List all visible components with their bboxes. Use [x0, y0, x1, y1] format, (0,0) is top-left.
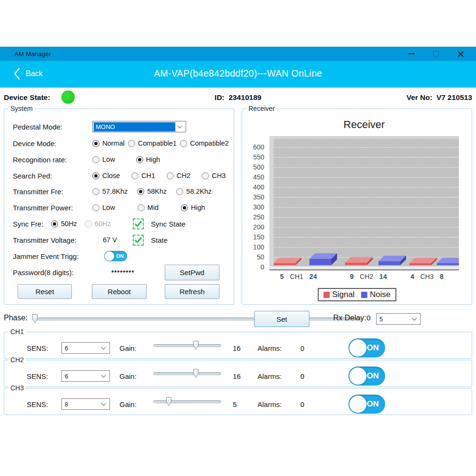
channel-toggle-ch1[interactable]: ON [348, 338, 385, 357]
app-header: Back AM-VAP(b4e842bddf20)---WAN OnLine [0, 61, 476, 88]
rx-delay-select[interactable]: 5 [376, 313, 421, 325]
toggle-knob [105, 251, 114, 261]
minimize-button[interactable] [399, 47, 424, 61]
close-button[interactable] [448, 47, 473, 61]
slider-track[interactable] [154, 400, 221, 403]
radio-option-58khz[interactable]: 58Khz [137, 188, 167, 195]
radio-label: 60Hz [95, 220, 111, 228]
pedestal-mode-select[interactable]: MONO [92, 121, 186, 132]
gain-slider-thumb-ch2[interactable] [193, 369, 198, 378]
radio-option-mid[interactable]: Mid [138, 204, 159, 211]
radio-option-low[interactable]: Low [92, 204, 115, 211]
gain-value-ch3: 5 [233, 400, 237, 408]
sens-value-ch1: 6 [62, 344, 100, 353]
channel-group-ch2: CH2SENS:6Gain:16Alarms:0ON [4, 360, 472, 387]
legend-label: Noise [370, 290, 390, 299]
ytick-150: 150 [245, 233, 264, 241]
chevron-down-icon [101, 401, 106, 406]
radio-icon [92, 172, 99, 179]
radio-label: Compatible1 [138, 139, 177, 147]
radio-option-compatible1[interactable]: Compatible1 [128, 139, 177, 147]
signal-value-ch1: 5 [280, 273, 284, 280]
state-wrap: State [133, 235, 168, 246]
gain-value-ch1: 16 [233, 344, 241, 352]
transmitter-voltage-value: 67 V [103, 236, 117, 244]
set-button[interactable]: Set [254, 311, 309, 327]
phase-label: Phase: [4, 314, 28, 322]
bar-signal-ch3 [409, 258, 437, 267]
ytick-350: 350 [245, 193, 264, 201]
setpwd-button[interactable]: SetPwd [165, 265, 219, 280]
phase-slider[interactable] [32, 314, 362, 323]
device-title: AM-VAP(b4e842bddf20)---WAN OnLine [0, 68, 476, 79]
radio-label: Compatible2 [190, 139, 228, 147]
sync-state-wrap: Sync State [133, 218, 186, 229]
radio-icon [131, 172, 139, 179]
channel-toggle-ch3[interactable]: ON [348, 395, 385, 414]
radio-option-compatible2[interactable]: Compatible2 [180, 139, 228, 147]
radio-option-ch2[interactable]: CH2 [167, 172, 190, 179]
sync-state-checkbox[interactable] [133, 218, 144, 229]
gain-slider-ch3[interactable] [154, 397, 221, 406]
ytick-300: 300 [245, 203, 264, 211]
slider-track[interactable] [154, 372, 221, 375]
radio-option-60hz: 60Hz [85, 220, 111, 228]
radio-option-ch3[interactable]: CH3 [202, 172, 226, 179]
radio-option-58-2khz[interactable]: 58.2Khz [176, 188, 211, 195]
radio-option-high[interactable]: High [136, 156, 160, 163]
radio-option-ch1[interactable]: CH1 [131, 172, 155, 179]
toggle-knob [349, 367, 367, 385]
maximize-button[interactable] [424, 47, 448, 61]
jammer-toggle[interactable]: ON [104, 251, 127, 261]
radio-option-low[interactable]: Low [92, 156, 115, 163]
jammer-toggle-label: ON [116, 251, 124, 261]
radio-icon [176, 188, 183, 195]
jammer-row: Jammer Event Trigg: ON [13, 250, 229, 262]
x-axis-labels: 5CH1249CH2144CH38 [242, 273, 473, 283]
recognition-rate-row: Recognition rate: LowHigh [13, 153, 229, 166]
gain-slider-thumb-ch3[interactable] [166, 397, 171, 406]
slider-track[interactable] [154, 344, 221, 347]
chevron-down-icon [101, 373, 106, 378]
radio-label: Normal [102, 139, 125, 147]
radio-option-high[interactable]: High [181, 204, 205, 211]
state-checkbox[interactable] [133, 235, 144, 246]
radio-option-57-8khz[interactable]: 57.8Khz [92, 188, 128, 195]
refresh-button[interactable]: Refresh [165, 284, 219, 299]
radio-label: High [191, 204, 205, 211]
sens-select-ch3[interactable]: 8 [61, 398, 110, 410]
bar-noise-ch3 [437, 258, 459, 267]
phase-slider-thumb[interactable] [32, 314, 38, 323]
recognition-rate-radios: LowHigh [92, 156, 160, 163]
gain-slider-ch2[interactable] [154, 369, 221, 378]
check-icon [135, 221, 142, 227]
minimize-icon [408, 53, 415, 54]
sens-select-ch2[interactable]: 6 [61, 370, 110, 382]
gain-slider-thumb-ch1[interactable] [193, 341, 198, 350]
thumb-face [33, 315, 37, 323]
device-id: ID: 23410189 [0, 93, 476, 102]
radio-label: Mid [148, 204, 159, 211]
sens-label: SENS: [27, 344, 48, 352]
slider-track[interactable] [32, 317, 362, 320]
category-label-ch1: CH1 [290, 273, 303, 280]
reset-button[interactable]: Reset [18, 284, 72, 299]
search-ped-radios: CloseCH1CH2CH3 [92, 172, 226, 179]
xgroup-ch3: 4CH38 [410, 273, 444, 280]
radio-option-normal[interactable]: Normal [92, 139, 125, 147]
jammer-label: Jammer Event Trigg: [13, 252, 92, 260]
noise-value-ch3: 8 [440, 273, 444, 280]
reboot-button[interactable]: Reboot [92, 284, 147, 299]
radio-label: 50Hz [61, 220, 77, 228]
sens-select-ch1[interactable]: 6 [61, 342, 110, 354]
radio-option-50hz[interactable]: 50Hz [51, 220, 77, 228]
radio-option-close[interactable]: Close [92, 172, 120, 179]
sens-label: SENS: [27, 400, 48, 408]
window-controls [399, 47, 473, 61]
ytick-100: 100 [245, 243, 264, 251]
gridline-350 [274, 197, 459, 198]
radio-label: Low [102, 156, 115, 163]
channel-toggle-ch2[interactable]: ON [348, 367, 385, 386]
gain-slider-ch1[interactable] [154, 341, 221, 350]
gridline-300 [274, 207, 459, 208]
